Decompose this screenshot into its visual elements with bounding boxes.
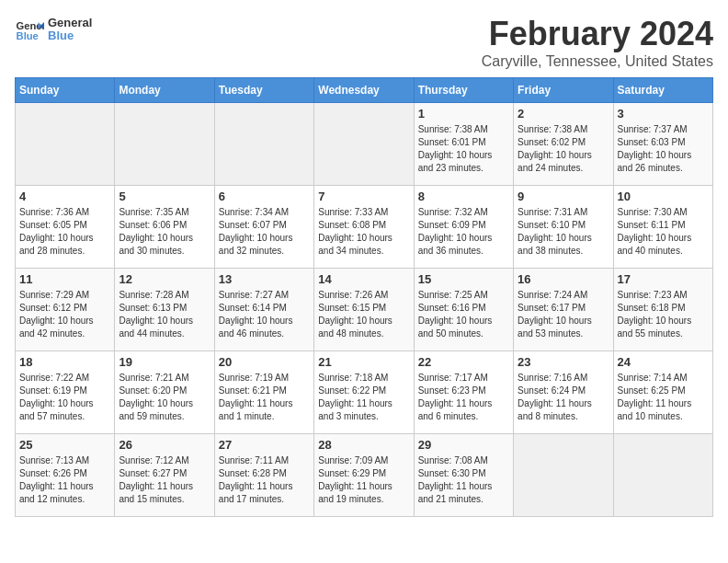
day-number: 7 xyxy=(318,190,409,203)
day-number: 17 xyxy=(618,272,709,286)
calendar-cell: 10Sunrise: 7:30 AM Sunset: 6:11 PM Dayli… xyxy=(613,186,712,269)
day-info: Sunrise: 7:36 AM Sunset: 6:05 PM Dayligh… xyxy=(19,206,110,258)
day-info: Sunrise: 7:24 AM Sunset: 6:17 PM Dayligh… xyxy=(518,289,609,340)
day-number: 13 xyxy=(219,272,310,286)
page-subtitle: Caryville, Tennessee, United States xyxy=(482,53,713,70)
day-info: Sunrise: 7:25 AM Sunset: 6:16 PM Dayligh… xyxy=(418,289,509,340)
week-row-0: 1Sunrise: 7:38 AM Sunset: 6:01 PM Daylig… xyxy=(16,103,713,186)
week-row-3: 18Sunrise: 7:22 AM Sunset: 6:19 PM Dayli… xyxy=(16,351,713,434)
calendar-cell: 4Sunrise: 7:36 AM Sunset: 6:05 PM Daylig… xyxy=(16,186,115,269)
calendar-cell: 8Sunrise: 7:32 AM Sunset: 6:09 PM Daylig… xyxy=(414,186,513,269)
day-info: Sunrise: 7:23 AM Sunset: 6:18 PM Dayligh… xyxy=(618,289,709,340)
weekday-header-row: SundayMondayTuesdayWednesdayThursdayFrid… xyxy=(16,78,713,103)
day-info: Sunrise: 7:21 AM Sunset: 6:20 PM Dayligh… xyxy=(119,372,210,423)
week-row-2: 11Sunrise: 7:29 AM Sunset: 6:12 PM Dayli… xyxy=(16,269,713,351)
day-number: 25 xyxy=(19,438,110,452)
day-number: 14 xyxy=(318,272,409,286)
calendar-cell: 1Sunrise: 7:38 AM Sunset: 6:01 PM Daylig… xyxy=(414,103,513,186)
day-info: Sunrise: 7:33 AM Sunset: 6:08 PM Dayligh… xyxy=(318,206,409,258)
calendar-cell: 2Sunrise: 7:38 AM Sunset: 6:02 PM Daylig… xyxy=(514,103,613,186)
day-number: 12 xyxy=(119,272,210,286)
day-info: Sunrise: 7:14 AM Sunset: 6:25 PM Dayligh… xyxy=(618,372,709,423)
weekday-header-monday: Monday xyxy=(115,78,214,103)
day-info: Sunrise: 7:12 AM Sunset: 6:27 PM Dayligh… xyxy=(119,454,210,506)
day-number: 16 xyxy=(518,272,609,286)
logo-general: General xyxy=(48,17,92,29)
day-number: 29 xyxy=(418,438,509,452)
calendar-cell: 27Sunrise: 7:11 AM Sunset: 6:28 PM Dayli… xyxy=(214,434,313,517)
day-number: 19 xyxy=(119,355,210,369)
day-info: Sunrise: 7:17 AM Sunset: 6:23 PM Dayligh… xyxy=(418,372,509,423)
week-row-4: 25Sunrise: 7:13 AM Sunset: 6:26 PM Dayli… xyxy=(16,434,713,517)
calendar-cell: 18Sunrise: 7:22 AM Sunset: 6:19 PM Dayli… xyxy=(16,351,115,434)
calendar-table: SundayMondayTuesdayWednesdayThursdayFrid… xyxy=(15,77,713,517)
svg-text:Blue: Blue xyxy=(17,30,39,41)
calendar-cell: 12Sunrise: 7:28 AM Sunset: 6:13 PM Dayli… xyxy=(115,269,214,351)
day-number: 20 xyxy=(219,355,310,369)
calendar-cell: 3Sunrise: 7:37 AM Sunset: 6:03 PM Daylig… xyxy=(613,103,712,186)
calendar-cell xyxy=(613,434,712,517)
day-info: Sunrise: 7:29 AM Sunset: 6:12 PM Dayligh… xyxy=(19,289,110,340)
day-info: Sunrise: 7:13 AM Sunset: 6:26 PM Dayligh… xyxy=(19,454,110,506)
weekday-header-sunday: Sunday xyxy=(16,78,115,103)
day-info: Sunrise: 7:30 AM Sunset: 6:11 PM Dayligh… xyxy=(618,206,709,258)
weekday-header-friday: Friday xyxy=(514,78,613,103)
day-info: Sunrise: 7:19 AM Sunset: 6:21 PM Dayligh… xyxy=(219,372,310,423)
day-info: Sunrise: 7:11 AM Sunset: 6:28 PM Dayligh… xyxy=(219,454,310,506)
day-info: Sunrise: 7:18 AM Sunset: 6:22 PM Dayligh… xyxy=(318,372,409,423)
day-number: 1 xyxy=(418,107,509,121)
calendar-cell: 20Sunrise: 7:19 AM Sunset: 6:21 PM Dayli… xyxy=(214,351,313,434)
calendar-cell: 11Sunrise: 7:29 AM Sunset: 6:12 PM Dayli… xyxy=(16,269,115,351)
calendar-cell: 9Sunrise: 7:31 AM Sunset: 6:10 PM Daylig… xyxy=(514,186,613,269)
calendar-cell: 29Sunrise: 7:08 AM Sunset: 6:30 PM Dayli… xyxy=(414,434,513,517)
day-info: Sunrise: 7:35 AM Sunset: 6:06 PM Dayligh… xyxy=(119,206,210,258)
day-info: Sunrise: 7:08 AM Sunset: 6:30 PM Dayligh… xyxy=(418,454,509,506)
day-number: 11 xyxy=(19,272,110,286)
calendar-cell xyxy=(314,103,414,186)
calendar-cell: 19Sunrise: 7:21 AM Sunset: 6:20 PM Dayli… xyxy=(115,351,214,434)
calendar-cell: 25Sunrise: 7:13 AM Sunset: 6:26 PM Dayli… xyxy=(16,434,115,517)
day-info: Sunrise: 7:28 AM Sunset: 6:13 PM Dayligh… xyxy=(119,289,210,340)
calendar-cell: 5Sunrise: 7:35 AM Sunset: 6:06 PM Daylig… xyxy=(115,186,214,269)
day-info: Sunrise: 7:37 AM Sunset: 6:03 PM Dayligh… xyxy=(618,123,709,175)
weekday-header-tuesday: Tuesday xyxy=(214,78,313,103)
title-block: February 2024 Caryville, Tennessee, Unit… xyxy=(482,15,713,70)
day-number: 9 xyxy=(518,190,609,203)
day-number: 24 xyxy=(618,355,709,369)
calendar-cell: 14Sunrise: 7:26 AM Sunset: 6:15 PM Dayli… xyxy=(314,269,414,351)
calendar-cell: 24Sunrise: 7:14 AM Sunset: 6:25 PM Dayli… xyxy=(613,351,712,434)
calendar-cell: 13Sunrise: 7:27 AM Sunset: 6:14 PM Dayli… xyxy=(214,269,313,351)
day-number: 10 xyxy=(618,190,709,203)
calendar-cell xyxy=(214,103,313,186)
logo-blue: Blue xyxy=(48,29,92,42)
calendar-cell: 22Sunrise: 7:17 AM Sunset: 6:23 PM Dayli… xyxy=(414,351,513,434)
calendar-cell: 16Sunrise: 7:24 AM Sunset: 6:17 PM Dayli… xyxy=(514,269,613,351)
day-number: 15 xyxy=(418,272,509,286)
day-number: 28 xyxy=(318,438,409,452)
day-info: Sunrise: 7:16 AM Sunset: 6:24 PM Dayligh… xyxy=(518,372,609,423)
day-info: Sunrise: 7:26 AM Sunset: 6:15 PM Dayligh… xyxy=(318,289,409,340)
day-number: 8 xyxy=(418,190,509,203)
day-number: 27 xyxy=(219,438,310,452)
calendar-cell xyxy=(115,103,214,186)
day-number: 26 xyxy=(119,438,210,452)
day-info: Sunrise: 7:32 AM Sunset: 6:09 PM Dayligh… xyxy=(418,206,509,258)
day-number: 2 xyxy=(518,107,609,121)
header: General Blue General Blue February 2024 … xyxy=(15,15,713,70)
day-number: 4 xyxy=(19,190,110,203)
weekday-header-saturday: Saturday xyxy=(613,78,712,103)
calendar-cell xyxy=(514,434,613,517)
day-info: Sunrise: 7:34 AM Sunset: 6:07 PM Dayligh… xyxy=(219,206,310,258)
logo: General Blue General Blue xyxy=(15,15,92,44)
calendar-cell xyxy=(16,103,115,186)
day-info: Sunrise: 7:31 AM Sunset: 6:10 PM Dayligh… xyxy=(518,206,609,258)
day-number: 18 xyxy=(19,355,110,369)
weekday-header-wednesday: Wednesday xyxy=(314,78,414,103)
logo-icon: General Blue xyxy=(15,15,44,44)
day-number: 22 xyxy=(418,355,509,369)
calendar-cell: 6Sunrise: 7:34 AM Sunset: 6:07 PM Daylig… xyxy=(214,186,313,269)
day-info: Sunrise: 7:27 AM Sunset: 6:14 PM Dayligh… xyxy=(219,289,310,340)
day-number: 5 xyxy=(119,190,210,203)
day-number: 21 xyxy=(318,355,409,369)
page-title: February 2024 xyxy=(482,15,713,53)
